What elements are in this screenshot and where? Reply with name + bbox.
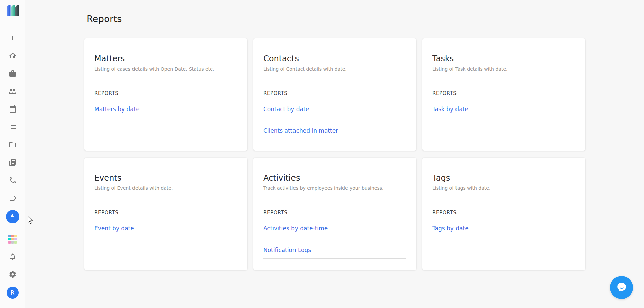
sidebar-nav: R: [6, 35, 19, 299]
app-root: R Reports Matters Listing of cases detai…: [0, 0, 644, 308]
sidebar-item-bar-chart[interactable]: [6, 210, 19, 223]
briefcase-icon: [9, 70, 17, 79]
main-content: Reports Matters Listing of cases details…: [25, 0, 644, 308]
card-section-label: REPORTS: [263, 90, 406, 96]
card-section-label: REPORTS: [263, 210, 406, 216]
bell-icon: [9, 253, 17, 262]
card-section-label: REPORTS: [432, 90, 575, 96]
card-section-label: REPORTS: [432, 210, 575, 216]
sidebar-item-apps-grid[interactable]: [9, 235, 17, 244]
report-link[interactable]: Matters by date: [94, 96, 237, 118]
sidebar-item-people[interactable]: [9, 88, 17, 96]
phone-icon: [9, 176, 17, 186]
apps-grid-icon: [8, 235, 17, 244]
brand-logo-icon: [6, 4, 19, 17]
plus-icon: [9, 34, 17, 43]
card-title: Activities: [263, 173, 406, 183]
report-link[interactable]: Contact by date: [263, 96, 406, 118]
report-link[interactable]: Task by date: [432, 96, 575, 118]
sidebar-item-home[interactable]: [9, 52, 17, 60]
report-link[interactable]: Event by date: [94, 216, 237, 237]
sidebar-item-documents[interactable]: [9, 159, 17, 167]
brand-logo[interactable]: [6, 4, 19, 17]
documents-icon: [9, 159, 17, 168]
tag-icon: [9, 194, 17, 204]
card-links: Contact by dateClients attached in matte…: [263, 96, 406, 139]
report-card: Tags Listing of tags with date. REPORTS …: [422, 158, 585, 270]
report-card: Matters Listing of cases details with Op…: [84, 38, 247, 151]
home-icon: [9, 52, 17, 61]
card-description: Track activities by employees inside you…: [263, 185, 406, 191]
report-cards-grid: Matters Listing of cases details with Op…: [84, 38, 585, 270]
report-card: Tasks Listing of Task details with date.…: [422, 38, 585, 151]
folder-icon: [9, 141, 17, 150]
card-description: Listing of Task details with date.: [432, 66, 575, 72]
chat-bubble-icon: [615, 281, 628, 295]
report-link[interactable]: Activities by date-time: [263, 216, 406, 237]
calendar-icon: [9, 105, 17, 115]
chat-widget-button[interactable]: [610, 276, 633, 299]
card-description: Listing of Event details with date.: [94, 185, 237, 191]
card-links: Tags by date: [432, 216, 575, 237]
card-title: Matters: [94, 54, 237, 64]
card-description: Listing of tags with date.: [432, 185, 575, 191]
bar-chart-icon: [9, 213, 16, 221]
sidebar-item-bell[interactable]: [9, 253, 17, 261]
report-card: Activities Track activities by employees…: [253, 158, 416, 270]
card-section-label: REPORTS: [94, 210, 237, 216]
list-icon: [9, 123, 17, 132]
user-avatar[interactable]: R: [7, 287, 19, 299]
card-title: Events: [94, 173, 237, 183]
gear-icon: [9, 270, 17, 280]
card-title: Tasks: [432, 54, 575, 64]
report-link[interactable]: Clients attached in matter: [263, 118, 406, 139]
sidebar: R: [0, 0, 25, 308]
sidebar-item-tag[interactable]: [9, 195, 17, 203]
sidebar-item-briefcase[interactable]: [9, 70, 17, 78]
report-link[interactable]: Notification Logs: [263, 237, 406, 259]
page-title: Reports: [87, 14, 585, 24]
sidebar-item-plus[interactable]: [9, 35, 17, 43]
card-section-label: REPORTS: [94, 90, 237, 96]
card-links: Activities by date-timeNotification Logs: [263, 216, 406, 259]
card-description: Listing of Contact details with date.: [263, 66, 406, 72]
card-links: Matters by date: [94, 96, 237, 118]
card-title: Contacts: [263, 54, 406, 64]
sidebar-item-calendar[interactable]: [9, 106, 17, 114]
card-description: Listing of cases details with Open Date,…: [94, 66, 237, 72]
card-title: Tags: [432, 173, 575, 183]
card-links: Event by date: [94, 216, 237, 237]
sidebar-item-list[interactable]: [9, 124, 17, 132]
people-icon: [9, 87, 17, 97]
sidebar-item-phone[interactable]: [9, 177, 17, 185]
sidebar-item-folder[interactable]: [9, 141, 17, 149]
sidebar-item-gear[interactable]: [9, 271, 17, 279]
report-card: Contacts Listing of Contact details with…: [253, 38, 416, 151]
card-links: Task by date: [432, 96, 575, 118]
report-link[interactable]: Tags by date: [432, 216, 575, 237]
report-card: Events Listing of Event details with dat…: [84, 158, 247, 270]
